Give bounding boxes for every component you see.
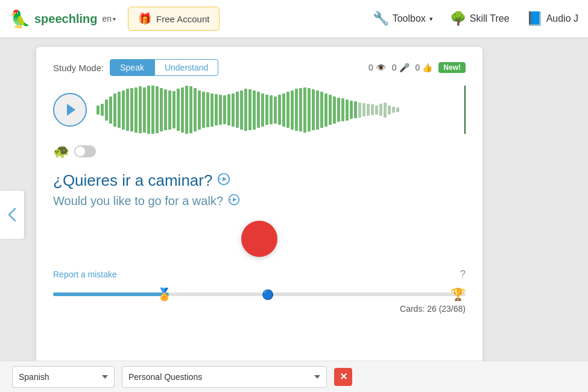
waveform-bar — [308, 88, 311, 131]
listen-count: 0 — [392, 63, 397, 72]
toolbox-menu[interactable]: 🔧 Toolbox ▾ — [373, 11, 433, 27]
waveform-bar — [341, 98, 344, 121]
turtle-row: 🐢 — [53, 144, 466, 159]
phrase-spanish: ¿Quieres ir a caminar? — [53, 171, 466, 190]
listen-spanish-icon[interactable] — [217, 172, 230, 189]
close-button[interactable]: ✕ — [334, 368, 352, 386]
phrase-english: Would you like to go for a walk? — [53, 194, 466, 209]
waveform-bar — [350, 101, 353, 119]
turtle-icon: 🐢 — [53, 144, 69, 159]
logo-text: speechling — [34, 12, 97, 26]
audio-player-row — [53, 86, 466, 134]
eye-icon: 👁️ — [376, 63, 386, 72]
waveform-bar — [202, 92, 205, 128]
waveform-bar — [227, 94, 230, 125]
waveform-bar — [282, 93, 285, 127]
waveform-bar — [105, 100, 108, 121]
toolbox-label: Toolbox — [393, 13, 426, 24]
waveform-bar — [206, 92, 209, 127]
waveform-bar — [333, 96, 336, 124]
progress-milestone-icon: 🔵 — [262, 289, 274, 300]
gift-icon: 🎁 — [138, 12, 151, 25]
slow-mode-toggle[interactable] — [74, 145, 96, 157]
waveform-bar — [396, 107, 399, 112]
category-select[interactable]: Personal Questions Greetings Travel Food — [122, 366, 327, 388]
svg-marker-4 — [233, 198, 236, 202]
free-account-label: Free Account — [156, 14, 209, 24]
speak-mode-button[interactable]: Speak — [110, 59, 154, 76]
waveform-bar — [286, 92, 289, 128]
logo-link[interactable]: 🦜 speechling — [10, 9, 97, 29]
cards-info: Cards: 26 (23/68) — [53, 304, 466, 314]
waveform-bar — [215, 94, 218, 125]
help-icon[interactable]: ? — [460, 269, 466, 280]
waveform-bar — [147, 86, 150, 134]
waveform-bar — [126, 89, 129, 131]
waveform-bar — [232, 93, 235, 127]
waveform-bar — [324, 93, 327, 127]
waveform-bar — [194, 88, 197, 131]
waveform-bar — [198, 90, 201, 130]
listen-english-icon[interactable] — [228, 194, 240, 209]
waveform-bar — [134, 87, 138, 133]
waveform-bar — [189, 86, 192, 133]
report-mistake-link[interactable]: Report a mistake — [53, 270, 117, 279]
understand-mode-button[interactable]: Understand — [154, 59, 218, 76]
free-account-button[interactable]: 🎁 Free Account — [128, 7, 220, 31]
record-button[interactable] — [241, 221, 277, 257]
views-count: 0 — [368, 63, 373, 72]
play-button[interactable] — [53, 93, 87, 127]
waveform-bar — [261, 93, 264, 127]
audio-icon: 📘 — [526, 11, 543, 27]
new-badge: New! — [438, 62, 466, 73]
waveform-bar — [156, 86, 159, 133]
waveform-bar — [185, 86, 188, 134]
waveform-bar — [177, 89, 180, 131]
waveform-bar — [295, 89, 298, 131]
progress-track: 🏅 🔵 🏆 — [53, 292, 466, 296]
waveform-bar — [291, 90, 294, 130]
language-select[interactable]: Spanish French Mandarin Japanese — [12, 366, 115, 388]
listen-stat: 0 🎤 — [392, 63, 409, 72]
progress-row: 🏅 🔵 🏆 — [53, 288, 466, 300]
waveform-bar — [316, 90, 319, 130]
waveform-bar — [236, 92, 239, 128]
thumbs-up-icon: 👍 — [422, 63, 432, 72]
like-stat: 0 👍 — [416, 63, 433, 72]
language-selector[interactable]: en ▾ — [102, 14, 116, 24]
waveform-bar — [257, 92, 260, 128]
waveform-bar — [346, 100, 349, 121]
microphone-icon: 🎤 — [399, 63, 409, 72]
waveform-bar — [109, 96, 112, 124]
waveform-bar — [379, 104, 382, 116]
toolbox-chevron-icon: ▾ — [429, 15, 433, 23]
waveform-bar — [270, 95, 273, 124]
waveform-bar — [143, 87, 146, 133]
waveform-bar — [210, 93, 213, 127]
waveform-bar — [329, 95, 332, 125]
waveform-bar — [371, 104, 374, 115]
progress-trophy-icon: 🏆 — [450, 287, 466, 302]
phrase-section: ¿Quieres ir a caminar? Would you like to… — [53, 171, 466, 209]
skill-tree-link[interactable]: 🌳 Skill Tree — [450, 11, 510, 27]
progress-medal-icon: 🏅 — [157, 287, 172, 302]
bottom-bar: Spanish French Mandarin Japanese Persona… — [0, 361, 588, 392]
english-text: Would you like to go for a walk? — [53, 194, 223, 208]
audio-j-link[interactable]: 📘 Audio J — [526, 11, 578, 27]
prev-card-button[interactable] — [0, 191, 24, 239]
waveform-bar — [164, 89, 167, 130]
navbar-right: 🔧 Toolbox ▾ 🌳 Skill Tree 📘 Audio J — [373, 11, 578, 27]
study-card: Study Mode: Speak Understand 0 👁️ 0 🎤 0 … — [36, 47, 482, 382]
spanish-text: ¿Quieres ir a caminar? — [53, 171, 212, 190]
skill-tree-icon: 🌳 — [450, 11, 466, 27]
waveform-bar — [223, 95, 226, 124]
waveform-bar — [253, 90, 256, 130]
waveform-bar — [312, 89, 315, 130]
waveform-bar — [354, 101, 357, 118]
parrot-icon: 🦜 — [10, 9, 31, 29]
svg-marker-1 — [223, 177, 227, 181]
chevron-down-icon: ▾ — [113, 16, 116, 22]
waveform-bar — [101, 104, 104, 116]
lang-label: en — [102, 14, 112, 24]
waveform-bar — [392, 107, 395, 113]
